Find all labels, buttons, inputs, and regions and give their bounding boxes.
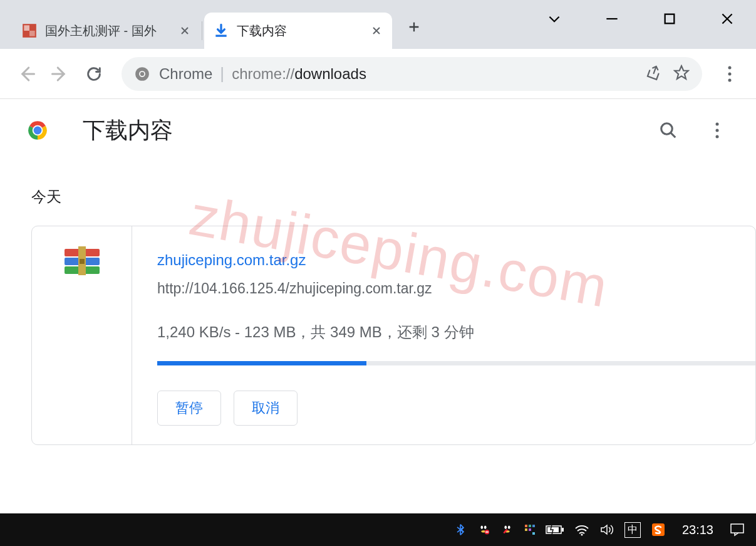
tab-strip: 国外主机测评 - 国外 下载内容 bbox=[0, 5, 428, 49]
close-button[interactable] bbox=[698, 0, 756, 38]
close-icon[interactable] bbox=[178, 24, 192, 38]
svg-rect-2 bbox=[29, 31, 35, 36]
svg-rect-38 bbox=[532, 532, 535, 535]
forward-button[interactable] bbox=[45, 59, 75, 89]
address-bar[interactable]: Chrome | chrome://downloads bbox=[122, 57, 702, 91]
reload-button[interactable] bbox=[79, 59, 109, 89]
section-today: 今天 bbox=[0, 162, 756, 226]
svg-rect-34 bbox=[529, 525, 531, 527]
sogou-icon[interactable] bbox=[651, 522, 666, 537]
search-button[interactable] bbox=[653, 115, 683, 145]
dropdown-button[interactable] bbox=[526, 0, 583, 38]
svg-rect-36 bbox=[525, 528, 527, 531]
chrome-icon bbox=[134, 66, 150, 82]
svg-point-31 bbox=[508, 526, 510, 530]
progress-fill bbox=[157, 361, 366, 365]
svg-rect-1 bbox=[24, 25, 29, 31]
maximize-button[interactable] bbox=[641, 0, 698, 38]
pause-button[interactable]: 暂停 bbox=[157, 391, 221, 426]
download-status: 1,240 KB/s - 123 MB，共 349 MB，还剩 3 分钟 bbox=[157, 322, 730, 342]
archive-icon bbox=[62, 245, 102, 279]
download-url: http://104.166.125.4/zhujiceping.com.tar… bbox=[157, 280, 730, 297]
back-button[interactable] bbox=[11, 59, 41, 89]
download-card: zhujiceping.com.tar.gz http://104.166.12… bbox=[31, 226, 756, 445]
svg-point-13 bbox=[34, 127, 42, 135]
new-tab-button[interactable] bbox=[400, 13, 428, 41]
svg-point-9 bbox=[728, 72, 732, 75]
window-controls bbox=[526, 0, 756, 38]
ime-indicator[interactable]: 中 bbox=[624, 522, 641, 538]
tab-label: 国外主机测评 - 国外 bbox=[45, 23, 172, 39]
battery-icon[interactable] bbox=[546, 524, 564, 535]
svg-point-14 bbox=[661, 123, 673, 135]
browser-toolbar: Chrome | chrome://downloads bbox=[0, 49, 756, 99]
tab-inactive[interactable]: 国外主机测评 - 国外 bbox=[13, 13, 200, 49]
progress-bar bbox=[157, 361, 755, 365]
page-menu-button[interactable] bbox=[702, 115, 732, 145]
share-icon[interactable] bbox=[646, 65, 662, 83]
address-text: Chrome | chrome://downloads bbox=[159, 64, 366, 83]
svg-point-8 bbox=[728, 66, 732, 69]
svg-rect-44 bbox=[731, 524, 743, 533]
windows-taskbar: 中 23:13 bbox=[0, 513, 756, 546]
svg-point-24 bbox=[480, 526, 483, 530]
address-chip: Chrome bbox=[159, 65, 212, 83]
svg-rect-40 bbox=[562, 528, 564, 532]
svg-point-7 bbox=[140, 71, 145, 76]
svg-point-10 bbox=[728, 78, 732, 81]
svg-rect-22 bbox=[80, 259, 85, 264]
taskbar-clock[interactable]: 23:13 bbox=[682, 523, 713, 537]
bluetooth-icon[interactable] bbox=[454, 523, 467, 537]
bookmark-icon[interactable] bbox=[673, 65, 690, 83]
grid-icon[interactable] bbox=[524, 524, 536, 535]
qq-icon-2[interactable] bbox=[500, 523, 514, 537]
svg-point-17 bbox=[716, 135, 719, 139]
svg-rect-28 bbox=[485, 532, 489, 533]
cancel-button[interactable]: 取消 bbox=[234, 391, 298, 426]
minimize-button[interactable] bbox=[583, 0, 641, 38]
download-icon bbox=[213, 23, 229, 39]
svg-rect-4 bbox=[665, 14, 675, 24]
close-icon[interactable] bbox=[370, 24, 383, 38]
svg-rect-37 bbox=[529, 528, 531, 531]
svg-rect-35 bbox=[532, 525, 535, 527]
svg-point-16 bbox=[716, 129, 719, 132]
window-titlebar: 国外主机测评 - 国外 下载内容 bbox=[0, 0, 756, 49]
download-filename[interactable]: zhujiceping.com.tar.gz bbox=[157, 251, 730, 269]
qq-icon[interactable] bbox=[477, 523, 490, 537]
svg-point-15 bbox=[716, 123, 719, 126]
page-title: 下载内容 bbox=[83, 115, 634, 146]
volume-icon[interactable] bbox=[599, 523, 614, 536]
tab-favicon bbox=[21, 23, 38, 39]
svg-point-25 bbox=[484, 526, 487, 530]
address-host: downloads bbox=[294, 65, 366, 83]
svg-rect-33 bbox=[525, 525, 527, 527]
notifications-icon[interactable] bbox=[730, 523, 745, 537]
address-protocol: chrome:// bbox=[232, 65, 294, 83]
svg-point-42 bbox=[581, 534, 583, 536]
chrome-logo-icon bbox=[24, 117, 51, 144]
download-thumbnail bbox=[32, 226, 132, 444]
wifi-icon[interactable] bbox=[574, 523, 589, 536]
svg-rect-3 bbox=[215, 35, 226, 37]
tab-label: 下载内容 bbox=[237, 23, 363, 39]
tab-active[interactable]: 下载内容 bbox=[204, 13, 392, 49]
browser-menu-button[interactable] bbox=[715, 59, 745, 89]
page-header: 下载内容 bbox=[0, 99, 756, 162]
svg-point-30 bbox=[504, 526, 507, 530]
